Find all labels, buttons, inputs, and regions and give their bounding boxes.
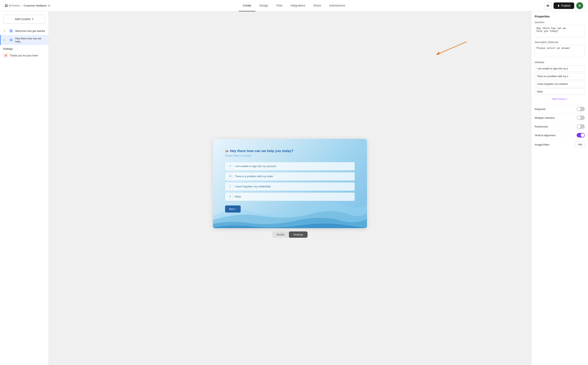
choice-input-4[interactable] (535, 89, 585, 95)
tab-create[interactable]: Create (239, 0, 255, 11)
question-section: Question Hey there how can we help you t… (535, 21, 585, 38)
item-label-2: Hey there how can we help... (15, 37, 42, 43)
item-icon-2 (9, 38, 13, 42)
item-label-1: Welcome! lets get started (15, 29, 45, 33)
svg-rect-9 (10, 41, 12, 41)
sidebar-item-1[interactable]: 1. Welcome! lets get started (0, 27, 48, 35)
form-preview: 2▶ Hey there how can we help you today? … (213, 139, 367, 228)
add-content-label: Add Content (15, 17, 31, 21)
tab-flow[interactable]: Flow (272, 0, 286, 11)
nav-actions: Publish R (544, 2, 583, 9)
eye-icon (546, 4, 549, 7)
next-arrow-icon: › (236, 207, 237, 211)
svg-rect-2 (5, 6, 6, 7)
choice-input-3[interactable] (535, 81, 585, 87)
svg-rect-1 (7, 4, 7, 5)
question-arrow-icon: ▶ (227, 149, 229, 153)
preview-button[interactable] (544, 2, 552, 9)
add-choice-plus-icon: + (566, 98, 568, 100)
add-media-button[interactable]: Add (575, 142, 585, 147)
mobile-view-button[interactable]: Mobile (272, 232, 289, 238)
required-row: Required (535, 105, 585, 113)
user-avatar[interactable]: R (576, 2, 583, 9)
choice-item-q[interactable]: Q I am unable to sign into my account (225, 162, 355, 170)
required-toggle[interactable] (577, 107, 585, 111)
plus-icon: + (32, 17, 34, 21)
top-nav: All Forms > Customer feedback ⚙ Create D… (0, 0, 588, 11)
publish-button[interactable]: Publish (554, 2, 574, 9)
view-toggle: Mobile Desktop (272, 232, 308, 238)
sidebar-ending[interactable]: Thank you for your time! (0, 51, 48, 60)
tab-share[interactable]: Share (309, 0, 325, 11)
tab-design[interactable]: Design (255, 0, 272, 11)
question-field[interactable]: Hey there how can we help you today? (535, 25, 585, 37)
question-subtitle: Please select an answer (225, 154, 355, 157)
randomize-row: Randomize (535, 122, 585, 131)
choice-text-q: I am unable to sign into my account (235, 165, 276, 168)
all-forms-link[interactable]: All Forms (5, 4, 20, 7)
svg-rect-6 (10, 31, 12, 32)
multiple-selection-row: Multiple selection (535, 113, 585, 122)
svg-rect-4 (10, 30, 12, 30)
item-icon-1 (9, 29, 13, 33)
choice-text-e: I have forgotten my credentials (235, 185, 271, 188)
svg-rect-0 (5, 4, 6, 5)
question-label: 2▶ Hey there how can we help you today? (225, 149, 355, 153)
svg-rect-5 (10, 31, 12, 31)
add-content-button[interactable]: Add Content + (3, 15, 45, 24)
description-field[interactable]: Please select an answer (535, 45, 585, 57)
nav-tabs: Create Design Flow Integrations Share Su… (239, 0, 349, 11)
choice-input-2[interactable] (535, 73, 585, 80)
breadcrumb: All Forms > Customer feedback ⚙ (5, 4, 50, 7)
tab-integrations[interactable]: Integrations (286, 0, 309, 11)
next-button[interactable]: Next › (225, 205, 241, 212)
choice-text-w: There is a problem with my order (235, 175, 273, 178)
vertical-alignment-knob (581, 133, 584, 137)
choice-input-1[interactable] (535, 65, 585, 72)
list-icon (10, 30, 12, 32)
breadcrumb-sep: > (21, 4, 22, 7)
required-knob (577, 107, 581, 111)
rocket-icon (557, 4, 560, 7)
choice-item-w[interactable]: W There is a problem with my order (225, 172, 355, 181)
list-icon-2 (10, 39, 12, 41)
vertical-alignment-row: Vertical alignment (535, 131, 585, 140)
choice-key-q: Q (228, 164, 233, 168)
publish-label: Publish (561, 4, 571, 7)
choice-text-r: Other (235, 195, 241, 198)
choice-item-r[interactable]: R Other (225, 192, 355, 201)
canvas-area: 2▶ Hey there how can we help you today? … (49, 11, 531, 365)
annotation-arrow (434, 40, 474, 57)
randomize-toggle[interactable] (577, 124, 585, 129)
vertical-alignment-label: Vertical alignment (535, 134, 555, 137)
choices-section: Choices Add Choice + (535, 61, 585, 102)
all-forms-text: All Forms (8, 4, 20, 7)
forms-icon (5, 4, 8, 7)
desktop-view-button[interactable]: Desktop (289, 232, 308, 238)
item-num-2: 2. (4, 39, 7, 42)
vertical-alignment-toggle[interactable] (577, 133, 585, 137)
next-label: Next (229, 207, 235, 211)
description-field-label: Description (Optional) (535, 41, 585, 44)
choice-key-e: E (228, 184, 233, 189)
choices-section-label: Choices (535, 61, 585, 64)
randomize-knob (577, 125, 581, 128)
properties-panel: Properties Question Hey there how can we… (531, 11, 588, 365)
sidebar-item-2[interactable]: 2. Hey there how can we help... › (0, 35, 48, 45)
svg-line-10 (438, 42, 466, 54)
choice-key-r: R (228, 195, 233, 199)
tab-submissions[interactable]: Submissions (325, 0, 349, 11)
choice-item-e[interactable]: E I have forgotten my credentials (225, 182, 355, 191)
current-form-name: Customer feedback (24, 4, 47, 7)
multiple-selection-label: Multiple selection (535, 116, 555, 119)
chevron-icon: › (44, 39, 45, 42)
image-video-label: Image/Video (535, 143, 549, 146)
add-choice-button[interactable]: Add Choice + (535, 96, 585, 102)
endings-section-label: Endings (0, 45, 48, 51)
settings-gear-icon[interactable]: ⚙ (48, 4, 50, 7)
sidebar: Add Content + 1. Welcome! lets get start… (0, 11, 49, 365)
svg-rect-7 (10, 39, 12, 39)
multiple-selection-toggle[interactable] (577, 115, 585, 120)
question-text: Hey there how can we help you today? (230, 149, 294, 153)
choice-list: Q I am unable to sign into my account W … (225, 162, 355, 201)
